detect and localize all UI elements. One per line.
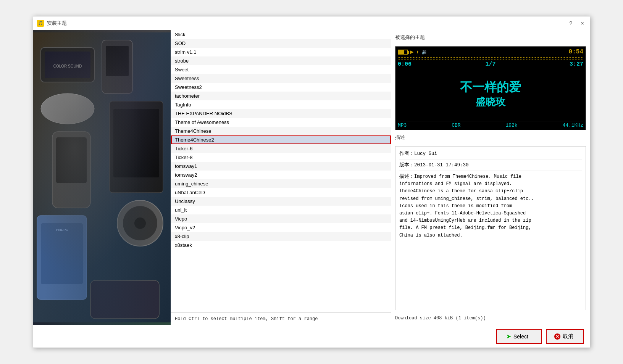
description-box: 作者：Lucy Gui 版本：2013-01-31 17:49:30 描述：Im… [395,146,586,310]
theme-list-item[interactable]: Sweet [171,65,391,74]
window-title: 安装主题 [47,20,67,27]
theme-list-item[interactable]: uNbaLanCeD [171,188,391,197]
theme-list: SlickSODstrim v1.1strobeSweetSweetnessSw… [171,30,391,250]
version-value: 2013-01-31 17:49:30 [414,163,469,168]
preview-icons: ▶ ⬆ 🔉 [398,48,428,56]
theme-list-item[interactable]: Vicpo [171,214,391,223]
preview-artist: 盛晓玫 [476,97,505,109]
theme-list-item[interactable]: x8staek [171,241,391,250]
desc-label: 描述： [399,174,414,179]
preview-bottom-bar: MP3 CBR 192k 44.1KHz [398,121,583,128]
theme-preview: ▶ ⬆ 🔉 0:54 0:06 1/7 3:27 [395,46,586,130]
theme-list-item[interactable]: Theme of Awesomeness [171,118,391,127]
svg-point-6 [41,93,94,124]
help-button[interactable]: ? [567,19,574,27]
version-row: 版本：2013-01-31 17:49:30 [399,159,582,168]
author-label: 作者： [399,151,414,156]
select-label: Select [513,333,528,340]
theme-list-item[interactable]: Slick [171,30,391,39]
theme-list-item[interactable]: Vicpo_v2 [171,223,391,232]
svg-rect-8 [56,137,87,183]
theme-list-item[interactable]: tomsway2 [171,171,391,179]
sync-icon: ⬆ [416,49,419,55]
right-panel: 被选择的主题 ▶ ⬆ [391,30,590,325]
theme-list-item[interactable]: Ticker-6 [171,144,391,153]
cancel-button[interactable]: ✕ 取消 [546,329,584,344]
preview-time-row: 0:06 1/7 3:27 [398,61,583,68]
dialog-body: COLOR SOUND PHILIPS [33,30,590,325]
title-bar: 🎵 安装主题 ? × [33,16,590,30]
svg-point-15 [123,206,157,240]
svg-rect-4 [102,40,132,93]
svg-rect-2 [45,52,90,78]
center-panel: SlickSODstrim v1.1strobeSweetSweetnessSw… [171,30,391,325]
theme-list-item[interactable]: x8-clip [171,232,391,241]
version-label: 版本： [399,163,414,168]
theme-list-item[interactable]: uni_lt [171,206,391,214]
dialog-window: 🎵 安装主题 ? × [33,16,590,348]
select-arrow-icon: ➤ [506,333,511,340]
theme-list-item[interactable]: uming_chinese [171,179,391,188]
play-icon: ▶ [410,48,414,56]
author-value: Lucy Gui [414,151,437,156]
theme-list-item[interactable]: Sweetness2 [171,83,391,92]
svg-text:PHILIPS: PHILIPS [56,228,68,232]
background-image: COLOR SOUND PHILIPS [33,30,171,325]
battery-icon [398,50,408,55]
preview-bitrate: 192k [505,122,517,128]
svg-rect-17 [90,280,159,319]
preview-top-bar: ▶ ⬆ 🔉 0:54 [398,48,583,58]
theme-list-item[interactable]: strim v1.1 [171,48,391,56]
author-row: 作者：Lucy Gui [399,150,582,157]
svg-rect-10 [41,223,83,284]
svg-rect-7 [52,132,90,208]
svg-rect-13 [113,109,159,177]
theme-list-item[interactable]: strobe [171,56,391,65]
preview-current-time: 0:54 [569,48,583,55]
description-label: 描述 [395,134,586,141]
theme-list-item[interactable]: Theme4Chinese2 [171,135,391,144]
select-button[interactable]: ➤ Select [496,329,542,344]
cancel-label: 取消 [563,333,573,340]
theme-list-item[interactable]: Sweetness [171,74,391,83]
desc-value: Improved from Theme4Chinese. Music file … [399,174,534,238]
svg-text:COLOR SOUND: COLOR SOUND [53,64,82,68]
selected-theme-label: 被选择的主题 [395,34,586,41]
preview-total: 3:27 [570,61,583,68]
theme-list-item[interactable]: Theme4Chinese [171,127,391,135]
left-image-panel: COLOR SOUND PHILIPS [33,30,171,325]
download-info: Download size 408 kiB (1 item(s)) [395,316,586,321]
theme-list-container[interactable]: SlickSODstrim v1.1strobeSweetSweetnessSw… [171,30,391,313]
theme-list-item[interactable]: THE EXPANDER NOidBS [171,109,391,118]
preview-bitrate-mode: CBR [452,122,460,128]
svg-rect-1 [41,48,94,82]
cancel-x-icon: ✕ [554,333,560,340]
volume-icon: 🔉 [421,49,428,55]
theme-list-item[interactable]: tachometer [171,92,391,100]
close-button[interactable]: × [579,19,586,27]
preview-song-title: 不一样的爱 [460,81,521,95]
progress-line [398,60,583,60]
preview-sample-rate: 44.1KHz [562,122,583,128]
svg-point-14 [117,200,163,246]
svg-point-16 [134,217,146,229]
preview-track: 1/7 [485,61,495,68]
theme-list-item[interactable]: Unclassy [171,197,391,206]
desc-row: 描述：Improved from Theme4Chinese. Music fi… [399,171,582,239]
title-bar-left: 🎵 安装主题 [37,20,67,27]
app-icon: 🎵 [37,20,44,27]
title-bar-right: ? × [567,19,586,27]
bottom-bar: ➤ Select ✕ 取消 [33,325,590,348]
preview-elapsed: 0:06 [398,61,412,68]
theme-list-item[interactable]: tomsway1 [171,162,391,171]
theme-list-item[interactable]: SOD [171,39,391,48]
theme-list-item[interactable]: TagInfo [171,100,391,109]
hint-bar: Hold Ctrl to select multiple item, Shift… [171,313,391,325]
svg-rect-9 [37,216,87,300]
svg-rect-0 [33,32,171,322]
electronics-svg: COLOR SOUND PHILIPS [33,30,171,325]
svg-rect-12 [110,101,163,193]
svg-rect-5 [106,46,129,76]
theme-list-item[interactable]: Ticker-8 [171,153,391,162]
preview-title-area: 不一样的爱 盛晓玫 [398,70,583,120]
